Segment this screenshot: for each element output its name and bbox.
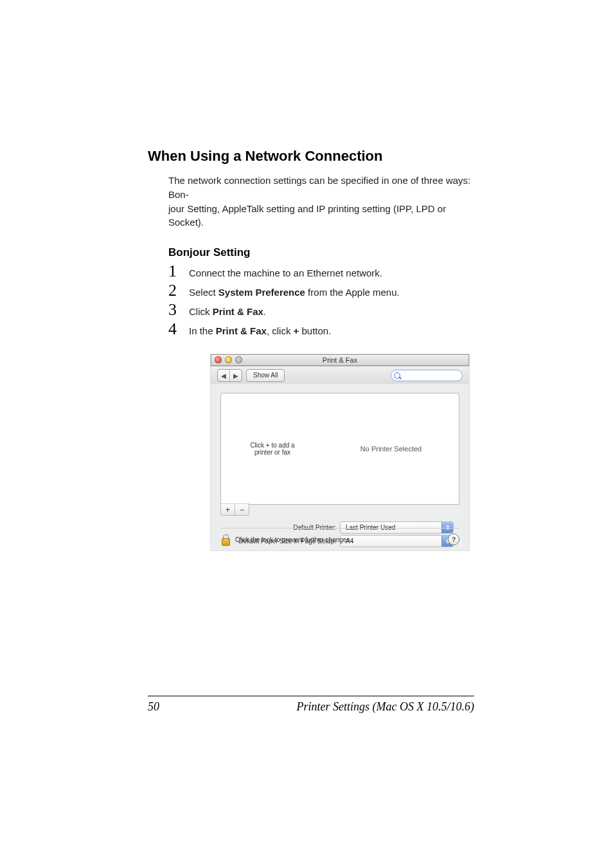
t: Select xyxy=(189,287,218,298)
help-button[interactable]: ? xyxy=(448,534,459,545)
printer-detail: No Printer Selected xyxy=(323,393,459,505)
t-bold: Print & Fax xyxy=(216,325,267,336)
t: printer or fax xyxy=(254,449,290,456)
page-number: 50 xyxy=(148,700,159,714)
subsection-heading: Bonjour Setting xyxy=(168,246,478,259)
t: . xyxy=(263,306,266,317)
footer-rule xyxy=(148,696,474,696)
no-printer-label: No Printer Selected xyxy=(360,445,422,453)
step-number: 2 xyxy=(168,281,182,300)
t-bold: Print & Fax xyxy=(213,306,263,317)
back-button[interactable]: ◀ xyxy=(218,370,229,381)
lock-text: Click the lock to prevent further change… xyxy=(235,536,351,543)
t: Click xyxy=(189,306,213,317)
show-all-button[interactable]: Show All xyxy=(246,369,285,382)
toolbar: ◀ ▶ Show All xyxy=(211,366,469,385)
page-footer: 50 Printer Settings (Mac OS X 10.5/10.6) xyxy=(148,696,474,714)
step-number: 4 xyxy=(168,320,182,339)
forward-button[interactable]: ▶ xyxy=(229,370,242,381)
add-printer-button[interactable]: + xyxy=(221,504,235,515)
intro-line1: The network connection settings can be s… xyxy=(168,175,470,200)
step-number: 3 xyxy=(168,300,182,320)
minimize-icon[interactable] xyxy=(225,356,232,363)
t: In the xyxy=(189,325,216,336)
step-1: 1 Connect the machine to an Ethernet net… xyxy=(168,262,478,281)
intro-text: The network connection settings can be s… xyxy=(168,174,478,230)
step-list: 1 Connect the machine to an Ethernet net… xyxy=(168,262,478,339)
remove-printer-button[interactable]: − xyxy=(235,504,249,515)
step-number: 1 xyxy=(168,262,182,281)
step-text: Select System Preference from the Apple … xyxy=(189,287,400,298)
step-text: Click Print & Fax. xyxy=(189,306,266,317)
window-titlebar[interactable]: Print & Fax xyxy=(211,354,469,366)
t-bold: + xyxy=(294,325,299,336)
step-2: 2 Select System Preference from the Appl… xyxy=(168,281,478,300)
close-icon[interactable] xyxy=(215,356,222,363)
t: from the Apple menu. xyxy=(305,287,400,298)
back-forward: ◀ ▶ xyxy=(217,369,242,382)
t-bold: System Preference xyxy=(218,287,305,298)
print-fax-window: Print & Fax ◀ ▶ Show All Click + to add … xyxy=(211,354,469,550)
lock-icon[interactable] xyxy=(220,534,230,545)
step-3: 3 Click Print & Fax. xyxy=(168,300,478,320)
t: button. xyxy=(299,325,331,336)
search-input[interactable] xyxy=(391,370,463,381)
zoom-icon[interactable] xyxy=(235,356,242,363)
step-text: Connect the machine to an Ethernet netwo… xyxy=(189,267,382,278)
step-text: In the Print & Fax, click + button. xyxy=(189,325,331,336)
printer-list: Click + to add a printer or fax xyxy=(220,393,324,505)
t: Click + to add a xyxy=(250,442,294,449)
add-remove-buttons: + − xyxy=(220,503,249,516)
intro-line2: jour Setting, AppleTalk setting and IP p… xyxy=(168,203,446,228)
section-heading: When Using a Network Connection xyxy=(148,148,478,165)
window-body: Click + to add a printer or fax No Print… xyxy=(211,384,469,550)
window-title: Print & Fax xyxy=(323,356,357,364)
document-title: Printer Settings (Mac OS X 10.5/10.6) xyxy=(297,700,474,714)
list-hint: Click + to add a printer or fax xyxy=(250,442,294,456)
page: When Using a Network Connection The netw… xyxy=(0,0,613,868)
t: , click xyxy=(267,325,294,336)
traffic-lights xyxy=(215,356,242,363)
step-4: 4 In the Print & Fax, click + button. xyxy=(168,320,478,339)
lock-row: Click the lock to prevent further change… xyxy=(220,528,459,545)
